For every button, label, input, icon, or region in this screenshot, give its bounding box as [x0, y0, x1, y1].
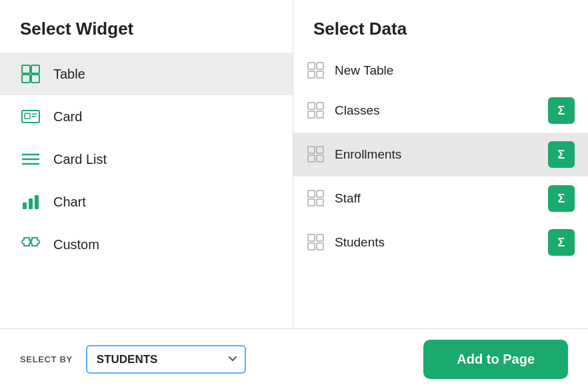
svg-rect-31	[317, 234, 323, 241]
table-icon	[20, 63, 41, 85]
right-panel-title: Select Data	[293, 0, 588, 53]
widget-item-custom[interactable]: Custom	[0, 223, 293, 266]
widget-item-table[interactable]: Table	[0, 53, 293, 95]
svg-rect-25	[317, 155, 323, 162]
svg-rect-14	[308, 63, 315, 69]
left-panel-title: Select Widget	[0, 0, 293, 53]
svg-rect-21	[317, 111, 323, 118]
svg-rect-20	[308, 111, 315, 118]
data-label-enrollments: Enrollments	[335, 147, 539, 162]
custom-icon	[20, 234, 41, 255]
sigma-button-students[interactable]: Σ	[548, 229, 575, 256]
table-grid-icon-enrollments	[307, 145, 325, 164]
table-grid-icon-staff	[307, 189, 325, 208]
data-item-enrollments[interactable]: Enrollments Σ	[293, 133, 588, 177]
widget-list: Table Card	[0, 53, 293, 266]
svg-rect-17	[317, 71, 323, 78]
widget-label-custom: Custom	[53, 237, 99, 252]
table-grid-icon-students	[307, 233, 325, 252]
svg-rect-33	[317, 243, 323, 250]
svg-rect-13	[35, 195, 39, 209]
widget-label-card: Card	[53, 109, 82, 125]
svg-rect-18	[308, 103, 315, 109]
svg-rect-26	[308, 191, 315, 197]
data-label-new-table: New Table	[335, 63, 575, 78]
svg-rect-15	[317, 63, 323, 69]
widget-item-card[interactable]: Card	[0, 95, 293, 138]
data-item-new-table[interactable]: New Table	[293, 53, 588, 89]
svg-rect-24	[308, 155, 315, 162]
right-panel: Select Data New Table	[293, 0, 588, 328]
widget-label-table: Table	[53, 67, 85, 82]
data-label-classes: Classes	[335, 103, 539, 118]
svg-rect-19	[317, 103, 323, 109]
svg-rect-5	[25, 113, 30, 119]
data-item-staff[interactable]: Staff Σ	[293, 177, 588, 220]
widget-label-chart: Chart	[53, 195, 86, 210]
table-grid-icon-new-table	[307, 61, 325, 80]
data-label-students: Students	[335, 235, 539, 250]
data-item-classes[interactable]: Classes Σ	[293, 89, 588, 133]
svg-rect-23	[317, 147, 323, 153]
app-container: Select Widget Table	[0, 0, 588, 389]
add-to-page-button[interactable]: Add to Page	[423, 340, 568, 379]
table-grid-icon-classes	[307, 101, 325, 120]
widget-item-chart[interactable]: Chart	[0, 181, 293, 223]
svg-rect-3	[31, 75, 39, 83]
card-icon	[20, 106, 41, 127]
bottom-bar: SELECT BY STUDENTS CLASSES ENROLLMENTS S…	[0, 329, 588, 389]
svg-rect-2	[22, 75, 30, 83]
select-by-label: SELECT BY	[20, 354, 73, 364]
svg-rect-27	[317, 191, 323, 197]
svg-rect-11	[23, 202, 27, 209]
card-list-icon	[20, 149, 41, 170]
data-list: New Table Classes Σ	[293, 53, 588, 264]
svg-rect-32	[308, 243, 315, 250]
sigma-button-enrollments[interactable]: Σ	[548, 141, 575, 168]
svg-rect-1	[31, 65, 39, 73]
sigma-button-staff[interactable]: Σ	[548, 185, 575, 212]
svg-rect-16	[308, 71, 315, 78]
svg-rect-29	[317, 199, 323, 206]
svg-rect-30	[308, 234, 315, 241]
left-panel: Select Widget Table	[0, 0, 293, 328]
widget-label-card-list: Card List	[53, 152, 107, 167]
select-by-dropdown[interactable]: STUDENTS CLASSES ENROLLMENTS STAFF	[86, 345, 246, 374]
sigma-button-classes[interactable]: Σ	[548, 97, 575, 124]
data-label-staff: Staff	[335, 191, 539, 206]
svg-rect-12	[29, 198, 33, 209]
svg-rect-0	[22, 65, 30, 73]
data-item-students[interactable]: Students Σ	[293, 220, 588, 264]
chart-icon	[20, 191, 41, 212]
widget-item-card-list[interactable]: Card List	[0, 138, 293, 181]
svg-rect-22	[308, 147, 315, 153]
svg-rect-28	[308, 199, 315, 206]
main-content: Select Widget Table	[0, 0, 588, 329]
